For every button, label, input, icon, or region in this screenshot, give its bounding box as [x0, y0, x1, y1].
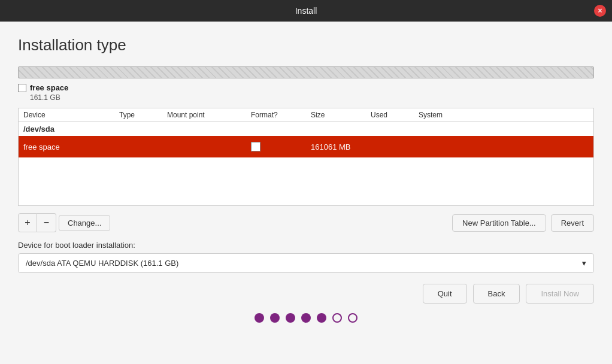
col-type: Type — [119, 111, 167, 119]
chevron-down-icon: ▾ — [582, 259, 586, 268]
progress-dot-1 — [255, 313, 264, 323]
disk-bar-container — [18, 66, 594, 78]
col-format: Format? — [251, 111, 311, 119]
col-used: Used — [371, 111, 419, 119]
main-content: Installation type free space 161.1 GB De… — [0, 22, 612, 364]
new-partition-table-button[interactable]: New Partition Table... — [452, 214, 546, 232]
boot-loader-value: /dev/sda ATA QEMU HARDDISK (161.1 GB) — [26, 259, 178, 268]
page-title: Installation type — [18, 36, 594, 54]
device-group-sda: /dev/sda free space 161061 MB — [19, 122, 593, 157]
change-button[interactable]: Change... — [59, 215, 110, 231]
cell-format — [251, 142, 311, 151]
boot-loader-dropdown[interactable]: /dev/sda ATA QEMU HARDDISK (161.1 GB) ▾ — [18, 253, 594, 273]
progress-dot-7 — [348, 313, 357, 323]
cell-size: 161061 MB — [311, 142, 371, 151]
progress-dots — [18, 313, 594, 323]
format-checkbox[interactable] — [251, 142, 260, 151]
boot-loader-label: Device for boot loader installation: — [18, 241, 594, 250]
col-mount-point: Mount point — [167, 111, 251, 119]
progress-dot-5 — [317, 313, 326, 323]
remove-partition-button[interactable]: − — [37, 213, 56, 232]
progress-dot-6 — [332, 313, 342, 323]
progress-dot-2 — [270, 313, 280, 323]
col-size: Size — [311, 111, 371, 119]
table-header: Device Type Mount point Format? Size Use… — [19, 108, 593, 122]
free-space-checkbox[interactable] — [18, 84, 26, 92]
col-device: Device — [23, 111, 119, 119]
boot-loader-section: Device for boot loader installation: /de… — [18, 241, 594, 273]
device-group-header: /dev/sda — [19, 122, 593, 136]
cell-name: free space — [23, 142, 119, 151]
table-empty-area — [19, 157, 593, 205]
free-space-label: free space — [18, 83, 594, 92]
disk-bar — [18, 66, 594, 78]
revert-button[interactable]: Revert — [551, 214, 594, 232]
buttons-row: + − Change... New Partition Table... Rev… — [18, 213, 594, 232]
quit-button[interactable]: Quit — [423, 284, 467, 304]
title-bar: Install × — [0, 0, 612, 22]
right-buttons: New Partition Table... Revert — [452, 214, 594, 232]
close-button[interactable]: × — [594, 5, 606, 17]
partition-table: Device Type Mount point Format? Size Use… — [18, 108, 594, 206]
bottom-buttons: Quit Back Install Now — [18, 284, 594, 304]
window-title: Install — [295, 6, 317, 16]
free-space-size: 161.1 GB — [30, 93, 594, 102]
col-system: System — [419, 111, 589, 119]
progress-dot-4 — [301, 313, 311, 323]
table-row[interactable]: free space 161061 MB — [19, 136, 593, 157]
add-partition-button[interactable]: + — [18, 213, 37, 232]
free-space-name: free space — [30, 83, 68, 92]
install-now-button[interactable]: Install Now — [526, 284, 594, 304]
progress-dot-3 — [286, 313, 295, 323]
back-button[interactable]: Back — [473, 284, 520, 304]
